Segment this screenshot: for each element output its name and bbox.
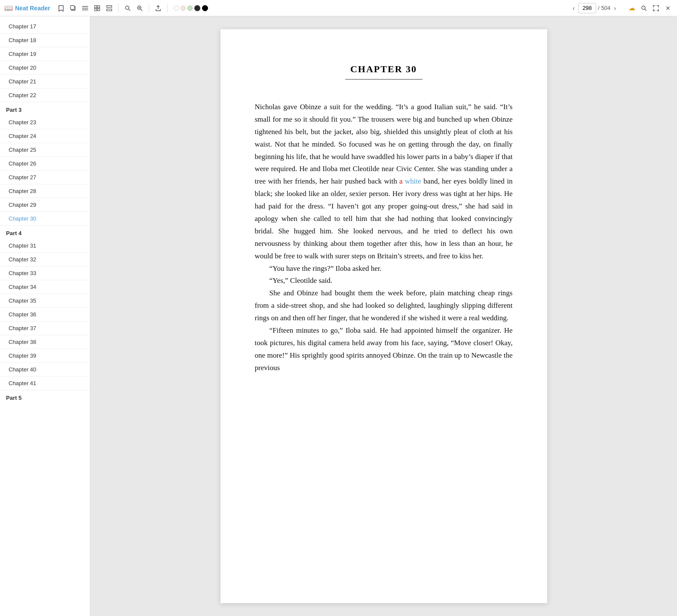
svg-rect-5 (95, 6, 97, 8)
paragraph-5: “Fifteen minutes to go,” Iloba said. He … (255, 325, 513, 374)
divider1 (118, 4, 119, 12)
sidebar-item-ch22[interactable]: Chapter 22 (0, 89, 90, 102)
theme-light-dot[interactable] (181, 6, 186, 11)
main-layout: Chapter 17Chapter 18Chapter 19Chapter 20… (0, 16, 677, 616)
paragraph-1: Nicholas gave Obinze a suit for the wedd… (255, 101, 513, 263)
book-page: CHAPTER 30 Nicholas gave Obinze a suit f… (221, 29, 547, 603)
right-toolbar-icons: ☁ ✕ (627, 3, 673, 13)
highlight-red-a: a (399, 177, 403, 185)
paragraph-4: She and Obinze had bought them the week … (255, 287, 513, 325)
sidebar-item-ch17[interactable]: Chapter 17 (0, 20, 90, 34)
bookmark-icon[interactable] (56, 3, 66, 13)
brand: 📖 Neat Reader (4, 4, 50, 12)
grid-icon[interactable] (92, 3, 102, 13)
search2-icon[interactable] (135, 3, 144, 13)
total-pages: 504 (601, 5, 611, 11)
sidebar-item-ch18[interactable]: Chapter 18 (0, 34, 90, 47)
sidebar-item-ch33[interactable]: Chapter 33 (0, 267, 90, 280)
sidebar-item-ch31[interactable]: Chapter 31 (0, 239, 90, 253)
book-text: Nicholas gave Obinze a suit for the wedd… (255, 101, 513, 374)
chapter-rule (345, 79, 423, 80)
sidebar-item-ch20[interactable]: Chapter 20 (0, 61, 90, 75)
sidebar-item-ch24[interactable]: Chapter 24 (0, 129, 90, 143)
sidebar-item-ch28[interactable]: Chapter 28 (0, 184, 90, 198)
sidebar-item-ch36[interactable]: Chapter 36 (0, 308, 90, 322)
sidebar-part-part4: Part 4 (0, 226, 90, 239)
svg-rect-10 (107, 9, 112, 11)
cloud-sync-icon[interactable]: ☁ (627, 3, 637, 13)
divider2 (149, 4, 149, 12)
content-area: CHAPTER 30 Nicholas gave Obinze a suit f… (90, 16, 677, 616)
svg-line-12 (129, 9, 130, 11)
brand-name: Neat Reader (15, 5, 50, 12)
sidebar-part-part3: Part 3 (0, 102, 90, 116)
svg-point-11 (126, 6, 129, 9)
svg-line-14 (141, 9, 142, 11)
sidebar-item-ch37[interactable]: Chapter 37 (0, 322, 90, 335)
search-right-icon[interactable] (639, 3, 649, 13)
sidebar-item-ch34[interactable]: Chapter 34 (0, 280, 90, 294)
export-icon[interactable] (153, 3, 163, 13)
sidebar-item-ch21[interactable]: Chapter 21 (0, 75, 90, 89)
svg-rect-6 (98, 6, 100, 8)
sidebar-item-ch30[interactable]: Chapter 30 (0, 212, 90, 226)
theme-black-dot[interactable] (202, 5, 208, 11)
page-separator: / (598, 5, 600, 11)
toolbar: 📖 Neat Reader ‹ 298 / 504 › (0, 0, 677, 16)
sidebar-item-ch32[interactable]: Chapter 32 (0, 253, 90, 267)
paragraph-2: “You have the rings?” Iloba asked her. (255, 263, 513, 275)
theme-dark-dot[interactable] (194, 5, 200, 11)
search-icon[interactable] (123, 3, 132, 13)
next-page-button[interactable]: › (612, 4, 618, 12)
sidebar-item-ch26[interactable]: Chapter 26 (0, 157, 90, 171)
svg-line-19 (645, 9, 647, 11)
sidebar-item-ch19[interactable]: Chapter 19 (0, 47, 90, 61)
list-icon[interactable] (104, 3, 114, 13)
svg-rect-1 (70, 6, 74, 9)
sidebar-item-ch25[interactable]: Chapter 25 (0, 143, 90, 157)
brand-icon: 📖 (4, 4, 13, 12)
close-icon[interactable]: ✕ (663, 3, 673, 13)
sidebar-item-ch38[interactable]: Chapter 38 (0, 335, 90, 349)
sidebar-item-ch40[interactable]: Chapter 40 (0, 363, 90, 377)
sidebar-item-ch41[interactable]: Chapter 41 (0, 377, 90, 390)
menu-icon[interactable] (80, 3, 90, 13)
sidebar: Chapter 17Chapter 18Chapter 19Chapter 20… (0, 16, 90, 616)
sidebar-item-ch29[interactable]: Chapter 29 (0, 198, 90, 212)
sidebar-item-ch39[interactable]: Chapter 39 (0, 349, 90, 363)
sidebar-item-ch23[interactable]: Chapter 23 (0, 116, 90, 129)
theme-green-dot[interactable] (187, 6, 193, 11)
color-theme-selector (174, 5, 208, 11)
page-navigation: ‹ 298 / 504 › (571, 3, 618, 13)
sidebar-part-part5: Part 5 (0, 390, 90, 404)
page-number-input[interactable]: 298 (578, 3, 596, 13)
divider3 (167, 4, 168, 12)
svg-point-18 (642, 6, 645, 9)
theme-white-dot[interactable] (174, 6, 179, 11)
prev-page-button[interactable]: ‹ (571, 4, 576, 12)
highlight-blue-white: white (403, 177, 421, 185)
svg-rect-8 (98, 9, 100, 11)
paragraph-3: “Yes,” Cleotilde said. (255, 275, 513, 287)
sidebar-item-ch27[interactable]: Chapter 27 (0, 171, 90, 184)
chapter-heading: CHAPTER 30 (255, 64, 513, 75)
sidebar-item-ch35[interactable]: Chapter 35 (0, 294, 90, 308)
fullscreen-icon[interactable] (651, 3, 661, 13)
svg-rect-9 (107, 6, 112, 7)
copy-icon[interactable] (68, 3, 78, 13)
svg-rect-7 (95, 9, 97, 11)
